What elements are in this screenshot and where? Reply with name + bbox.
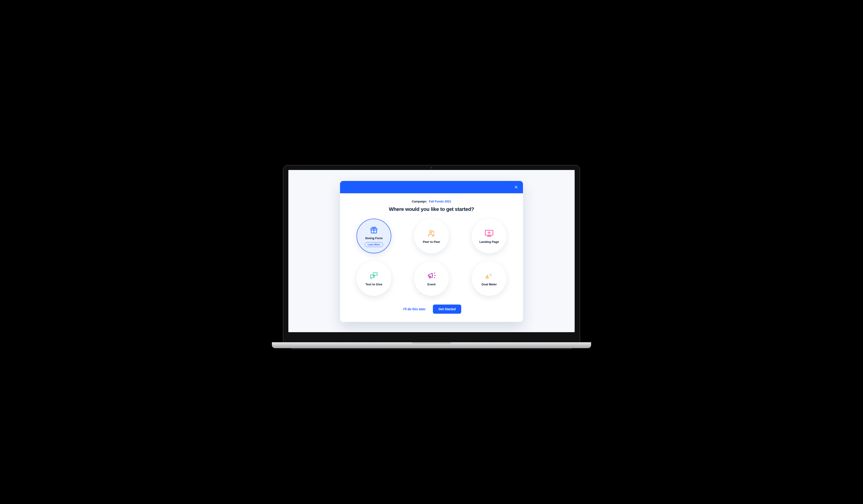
laptop-bezel: Campaign: Fall Funds 2021 Where would yo… (283, 165, 580, 342)
monitor-icon (484, 229, 494, 238)
shooting-star-icon (484, 271, 494, 280)
campaign-link[interactable]: Fall Funds 2021 (429, 200, 451, 203)
megaphone-icon (427, 271, 436, 280)
onboarding-modal: Campaign: Fall Funds 2021 Where would yo… (340, 181, 523, 322)
modal-header (340, 181, 523, 193)
page-title: Where would you like to get started? (351, 206, 512, 212)
svg-line-20 (487, 277, 489, 279)
people-icon (427, 229, 436, 238)
option-label: Text to Give (365, 283, 382, 286)
do-later-button[interactable]: I'll do this later (402, 307, 427, 311)
option-label: Landing Page (479, 240, 499, 244)
option-giving-form[interactable]: Giving Form Learn More (357, 219, 391, 254)
options-grid: Giving Form Learn More (351, 219, 512, 296)
svg-point-5 (429, 231, 432, 233)
svg-line-15 (434, 273, 435, 273)
laptop-camera (430, 167, 433, 169)
laptop-mockup: Campaign: Fall Funds 2021 Where would yo… (283, 165, 580, 348)
laptop-base (272, 342, 591, 348)
close-icon[interactable] (514, 185, 518, 189)
option-landing-page[interactable]: Landing Page (472, 219, 506, 254)
option-text-to-give[interactable]: Text to Give (357, 261, 391, 296)
option-label: Goal Meter (481, 283, 497, 286)
laptop-screen: Campaign: Fall Funds 2021 Where would yo… (288, 170, 575, 332)
option-label: Event (427, 283, 435, 286)
option-event[interactable]: Event (414, 261, 449, 296)
gift-icon (369, 225, 378, 234)
option-goal-meter[interactable]: Goal Meter (472, 261, 506, 296)
learn-more-button[interactable]: Learn More (365, 242, 383, 247)
svg-line-17 (434, 277, 435, 278)
option-peer-to-peer[interactable]: Peer to Peer (414, 219, 449, 254)
option-label: Peer to Peer (423, 240, 440, 244)
modal-actions: I'll do this later Get Started (351, 305, 512, 314)
campaign-line: Campaign: Fall Funds 2021 (351, 200, 512, 203)
svg-point-10 (489, 232, 490, 233)
modal-body: Campaign: Fall Funds 2021 Where would yo… (340, 193, 523, 322)
chat-icon (369, 271, 379, 280)
option-label: Giving Form (365, 236, 383, 240)
campaign-label: Campaign: (412, 200, 427, 203)
get-started-button[interactable]: Get Started (433, 305, 461, 314)
